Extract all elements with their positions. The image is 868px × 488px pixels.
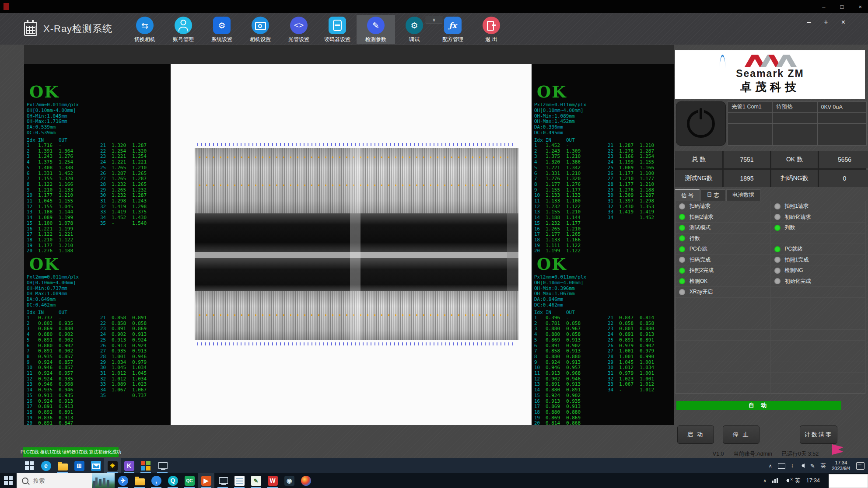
annotation-ticks-bottom [197, 342, 516, 345]
clock-2[interactable]: 17:34 [806, 478, 820, 484]
measure-row: 40.8800.902 [27, 332, 79, 338]
toolbar-expand-button[interactable]: ∨ [426, 16, 442, 24]
tab-日志[interactable]: 日 志 [700, 189, 725, 201]
start-button[interactable]: 启 动 [677, 425, 714, 444]
signal-label: 初始化完成 [785, 278, 811, 285]
measure-row: 150.9240.902 [534, 393, 587, 399]
measure-row: 81.1221.166 [27, 182, 79, 188]
os-minimize-button[interactable]: – [822, 3, 825, 10]
toolbar-item-system[interactable]: ⚙系统设置 [203, 15, 241, 44]
app-maximize-button[interactable]: + [824, 18, 828, 26]
taskbar-app-file-explorer-2[interactable] [131, 473, 148, 488]
toolbar-item-tube[interactable]: <>光管设置 [280, 15, 318, 44]
toolbar-item-switch-camera[interactable]: ⇆切换相机 [126, 15, 164, 44]
taskbar-search[interactable] [17, 473, 92, 488]
taskbar-app-notepad[interactable] [231, 473, 248, 488]
row-out-value: 1.287 [132, 143, 153, 149]
toolbar-item-account[interactable]: 账号管理 [164, 15, 203, 44]
measure-row: 251.0891.166 [608, 165, 660, 171]
toolbar-item-exit[interactable]: 退 出 [472, 15, 511, 44]
taskbar-app-zm-viewer[interactable]: ▶ [198, 473, 214, 488]
start-button-lower[interactable] [0, 473, 17, 488]
tab-电池数据[interactable]: 电池数据 [726, 189, 760, 201]
taskbar-app-baidu-netdisk[interactable]: , [148, 473, 164, 488]
measure-column-1: 11.452-21.2431.30931.3751.21041.3201.386… [534, 143, 587, 254]
language-indicator[interactable]: 英 [821, 462, 826, 470]
app-titlebar: X-Ray检测系统 ⇆切换相机账号管理⚙系统设置相机设置<>光管设置读码器设置✎… [0, 13, 868, 45]
taskbar-app-system-monitor-app[interactable] [154, 458, 171, 473]
tray-chevron-icon[interactable]: ∧ [769, 463, 772, 469]
row-out-value: 0.957 [59, 371, 79, 376]
xray-power-button[interactable] [676, 101, 726, 146]
toolbar-item-camera[interactable]: 相机设置 [241, 15, 280, 44]
taskbar-app-xray-system-app[interactable]: ☀ [104, 458, 121, 473]
action-center-icon[interactable] [856, 462, 864, 470]
stop-button[interactable]: 停 止 [723, 425, 760, 444]
taskbar-app-q-tool[interactable]: Q [164, 473, 181, 488]
taskbar-app-kingview-app[interactable]: K [121, 458, 137, 473]
todesk-icon: ✈ [118, 476, 128, 486]
counter-value: 1895 [724, 170, 770, 187]
row-out-value: 0.857 [59, 354, 79, 360]
updown-icon[interactable]: ↕ [791, 463, 794, 469]
measure-row: 210.8580.891 [100, 315, 153, 321]
measure-table-header: IdxINOUT [27, 310, 79, 315]
display-icon[interactable] [778, 463, 785, 469]
row-in-value: 1.419 [619, 209, 640, 215]
app-minimize-button[interactable]: – [807, 18, 811, 26]
tube-empty-cell [773, 124, 817, 135]
row-in-value: 0.902 [112, 332, 132, 338]
clear-count-button[interactable]: 计数清零 [800, 425, 837, 444]
taskbar-app-edge-browser[interactable]: e [38, 458, 54, 473]
signal-label: 拍照2请求 [690, 213, 714, 221]
volume-muted-icon[interactable] [784, 478, 789, 483]
measure-row: 281.0010.990 [608, 354, 660, 360]
device-status-badge: PLC在线 相机1在线 读码器1在线 算法初始化成功 [23, 447, 119, 457]
measure-column-2: 211.3201.287221.2541.320231.2211.254241.… [100, 143, 153, 227]
eye-viewer-icon: ◉ [284, 476, 294, 486]
taskbar-app-microsoft-store[interactable]: ⊞ [71, 458, 88, 473]
taskbar-app-qc-tool[interactable]: QC [181, 473, 198, 488]
mode-banner: 自 动 [676, 401, 841, 410]
taskbar-app-eye-viewer[interactable]: ◉ [281, 473, 298, 488]
os-maximize-button[interactable]: □ [840, 3, 844, 10]
network-icon[interactable] [772, 478, 778, 483]
row-in-value: 0.891 [619, 332, 640, 338]
taskbar-lower: ✈,QQC▶✎W◉ ∧ 英 17:34 [0, 473, 868, 488]
tab-信号[interactable]: 信 号 [675, 189, 700, 201]
led-indicator [774, 268, 780, 274]
taskbar-app-perf-monitor[interactable] [214, 473, 231, 488]
row-out-value: 1.166 [566, 237, 587, 243]
search-input[interactable] [32, 477, 82, 485]
language-indicator-2[interactable]: 英 [795, 477, 801, 485]
signal-grid: 扫码请求拍照1请求拍照2请求初始化请求测试模式列数行数PC心跳PC就绪扫码完成拍… [675, 201, 866, 394]
volume-icon[interactable] [799, 464, 805, 468]
led-indicator [774, 214, 780, 220]
taskbar-app-notes-editor[interactable]: ✎ [248, 473, 264, 488]
taskbar-app-file-explorer[interactable] [54, 458, 71, 473]
row-out-value: 0.902 [59, 338, 79, 343]
taskbar-app-start[interactable] [21, 458, 38, 473]
measure-row: 211.2871.210 [608, 143, 660, 149]
main-toolbar: ⇆切换相机账号管理⚙系统设置相机设置<>光管设置读码器设置✎检测参数⚙调试ƒx配… [126, 15, 511, 44]
taskbar-app-todesk[interactable]: ✈ [115, 473, 131, 488]
measure-row: 50.8910.902 [27, 338, 79, 343]
folder-icon [58, 464, 68, 471]
pen-icon[interactable]: ✎ [810, 463, 815, 469]
tray-chevron-icon-2[interactable]: ∧ [763, 478, 766, 484]
os-close-button[interactable]: × [858, 3, 862, 10]
toolbar-item-label: 调试 [409, 36, 420, 43]
weather-widget[interactable] [92, 473, 115, 488]
clock[interactable]: 17:34 2023/9/4 [832, 460, 850, 471]
taskbar-app-globe-app[interactable] [298, 473, 314, 488]
app-close-button[interactable]: × [841, 18, 845, 26]
taskbar-app-tiles-app[interactable] [137, 458, 154, 473]
tooltip-popup [829, 474, 868, 488]
taskbar-app-wps-office[interactable]: W [264, 473, 281, 488]
toolbar-item-params[interactable]: ✎检测参数 [357, 15, 395, 44]
row-in-value: 1.199 [619, 160, 640, 165]
taskbar-app-mail-app[interactable] [88, 458, 104, 473]
row-index: 24 [608, 160, 619, 165]
toolbar-item-reader[interactable]: 读码器设置 [318, 15, 357, 44]
row-index: 18 [27, 237, 38, 243]
